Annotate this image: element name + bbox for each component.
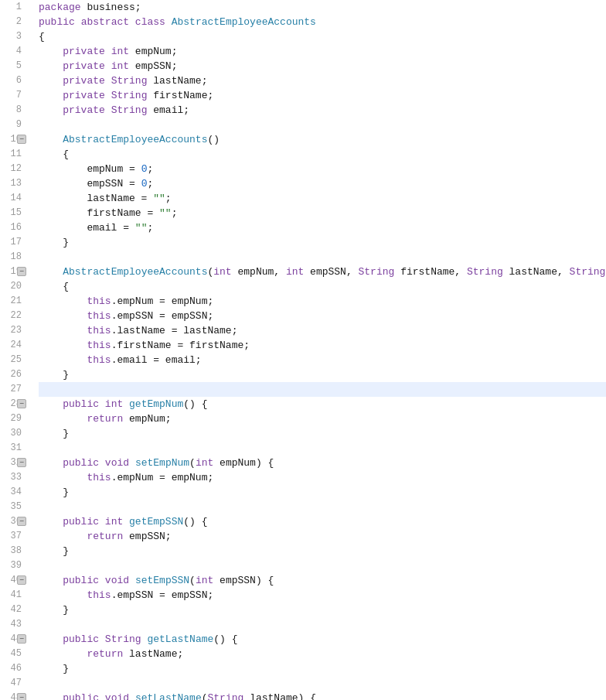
ln-42: 42	[3, 603, 22, 617]
ln-41: 41	[3, 588, 22, 603]
ln-30: 30	[3, 426, 22, 441]
ln-35: 35	[3, 500, 22, 514]
ln-25: 25	[3, 353, 22, 367]
code-line-25: this.email = email;	[39, 353, 606, 367]
code-line-47	[39, 676, 606, 691]
code-line-35	[39, 500, 606, 514]
code-line-9	[39, 118, 606, 132]
ln-39: 39	[3, 558, 22, 573]
code-line-19: AbstractEmployeeAccounts(int empNum, int…	[39, 265, 606, 279]
ln-16: 16	[3, 220, 22, 235]
code-line-15: firstName = "";	[39, 206, 606, 220]
code-editor: 1 2 3 4 5 6 7 8 9 10− 11 12 13 14 15 16 …	[0, 0, 606, 700]
ln-24: 24	[3, 338, 22, 353]
code-line-3: {	[39, 29, 606, 44]
ln-1: 1	[3, 0, 22, 15]
ln-29: 29	[3, 411, 22, 426]
collapse-36[interactable]: −	[17, 517, 26, 526]
code-line-14: lastName = "";	[39, 191, 606, 206]
ln-17: 17	[3, 235, 22, 250]
ln-5: 5	[3, 59, 22, 73]
code-line-8: private String email;	[39, 103, 606, 118]
ln-28: 28−	[3, 397, 22, 411]
ln-10: 10−	[3, 132, 22, 147]
ln-13: 13	[3, 176, 22, 191]
collapse-40[interactable]: −	[17, 575, 26, 585]
ln-9: 9	[3, 118, 22, 132]
collapse-28[interactable]: −	[17, 399, 26, 408]
ln-26: 26	[3, 367, 22, 382]
collapse-48[interactable]: −	[17, 693, 26, 700]
code-line-24: this.firstName = firstName;	[39, 338, 606, 353]
code-line-39	[39, 558, 606, 573]
code-line-22: this.empSSN = empSSN;	[39, 309, 606, 323]
ln-14: 14	[3, 191, 22, 206]
ln-37: 37	[3, 529, 22, 544]
code-line-36: public int getEmpSSN() {	[39, 514, 606, 529]
ln-32: 32−	[3, 456, 22, 470]
code-line-38: }	[39, 544, 606, 558]
code-line-26: }	[39, 367, 606, 382]
code-line-12: empNum = 0;	[39, 162, 606, 176]
ln-23: 23	[3, 323, 22, 338]
code-line-28: public int getEmpNum() {	[39, 397, 606, 411]
code-line-23: this.lastName = lastName;	[39, 323, 606, 338]
ln-34: 34	[3, 485, 22, 500]
ln-46: 46	[3, 661, 22, 676]
ln-36: 36−	[3, 514, 22, 529]
ln-7: 7	[3, 88, 22, 103]
code-line-16: email = "";	[39, 220, 606, 235]
ln-21: 21	[3, 294, 22, 309]
code-line-45: return lastName;	[39, 647, 606, 661]
ln-12: 12	[3, 162, 22, 176]
code-line-48: public void setLastName(String lastName)…	[39, 691, 606, 700]
code-line-2: public abstract class AbstractEmployeeAc…	[39, 15, 606, 29]
ln-27: 27	[3, 382, 22, 397]
code-line-46: }	[39, 661, 606, 676]
collapse-19[interactable]: −	[17, 267, 26, 276]
ln-31: 31	[3, 441, 22, 456]
code-line-44: public String getLastName() {	[39, 632, 606, 647]
ln-48: 48−	[3, 691, 22, 700]
code-line-7: private String firstName;	[39, 88, 606, 103]
code-line-17: }	[39, 235, 606, 250]
code-line-27	[39, 382, 606, 397]
ln-22: 22	[3, 309, 22, 323]
collapse-44[interactable]: −	[17, 634, 26, 644]
code-line-34: }	[39, 485, 606, 500]
collapse-10[interactable]: −	[17, 135, 26, 144]
code-line-11: {	[39, 147, 606, 162]
code-line-13: empSSN = 0;	[39, 176, 606, 191]
ln-15: 15	[3, 206, 22, 220]
ln-44: 44−	[3, 632, 22, 647]
ln-11: 11	[3, 147, 22, 162]
ln-3: 3	[3, 29, 22, 44]
ln-18: 18	[3, 250, 22, 265]
ln-20: 20	[3, 279, 22, 294]
ln-4: 4	[3, 44, 22, 59]
ln-45: 45	[3, 647, 22, 661]
code-line-1: package business;	[39, 0, 606, 15]
line-numbers: 1 2 3 4 5 6 7 8 9 10− 11 12 13 14 15 16 …	[0, 0, 28, 700]
code-line-43	[39, 617, 606, 632]
code-line-29: return empNum;	[39, 411, 606, 426]
code-line-10: AbstractEmployeeAccounts()	[39, 132, 606, 147]
code-line-30: }	[39, 426, 606, 441]
ln-2: 2	[3, 15, 22, 29]
code-line-41: this.empSSN = empSSN;	[39, 588, 606, 603]
code-line-18	[39, 250, 606, 265]
collapse-32[interactable]: −	[17, 458, 26, 467]
code-line-31	[39, 441, 606, 456]
ln-43: 43	[3, 617, 22, 632]
ln-19: 19−	[3, 265, 22, 279]
code-line-4: private int empNum;	[39, 44, 606, 59]
code-line-42: }	[39, 603, 606, 617]
code-line-37: return empSSN;	[39, 529, 606, 544]
code-line-32: public void setEmpNum(int empNum) {	[39, 456, 606, 470]
code-lines[interactable]: package business; public abstract class …	[28, 0, 606, 700]
ln-38: 38	[3, 544, 22, 558]
code-line-5: private int empSSN;	[39, 59, 606, 73]
code-line-6: private String lastName;	[39, 73, 606, 88]
code-line-40: public void setEmpSSN(int empSSN) {	[39, 573, 606, 588]
ln-33: 33	[3, 470, 22, 485]
